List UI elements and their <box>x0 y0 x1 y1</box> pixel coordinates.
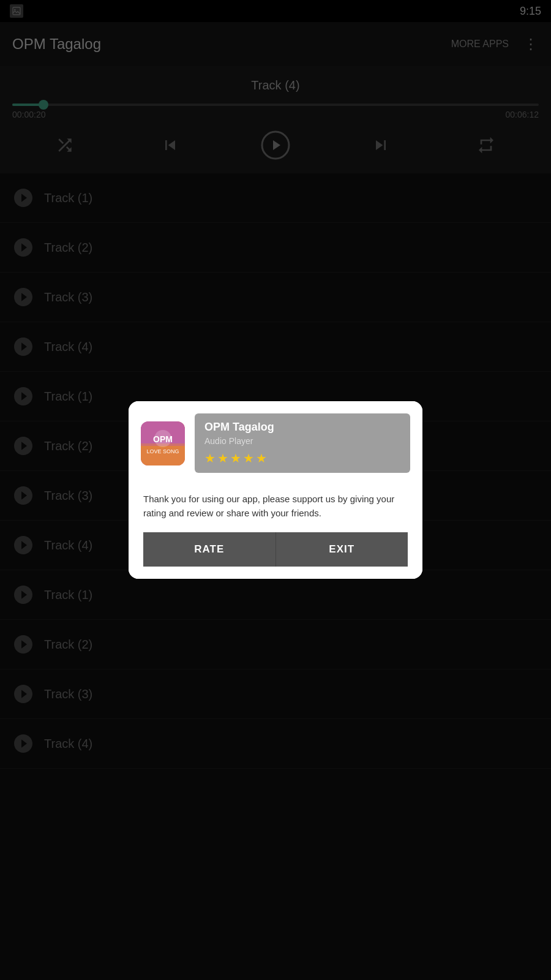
dialog-header: OPM LOVE SONG OPM Tagalog Audio Player ★… <box>129 401 422 483</box>
star-2: ★ <box>217 451 228 466</box>
star-4: ★ <box>243 451 254 466</box>
rate-button[interactable]: RATE <box>143 532 276 567</box>
dialog-stars: ★ ★ ★ ★ ★ <box>204 451 400 466</box>
svg-text:OPM: OPM <box>153 434 173 444</box>
star-1: ★ <box>204 451 216 466</box>
dialog-app-info: OPM Tagalog Audio Player ★ ★ ★ ★ ★ <box>195 413 410 473</box>
dialog-app-subtitle: Audio Player <box>204 436 400 446</box>
dialog-overlay: OPM LOVE SONG OPM Tagalog Audio Player ★… <box>0 0 551 980</box>
dialog-app-icon: OPM LOVE SONG <box>141 421 185 466</box>
rating-dialog: OPM LOVE SONG OPM Tagalog Audio Player ★… <box>129 401 422 579</box>
dialog-app-name: OPM Tagalog <box>204 421 400 434</box>
exit-button[interactable]: EXIT <box>276 532 408 567</box>
star-3: ★ <box>230 451 241 466</box>
star-5: ★ <box>256 451 267 466</box>
dialog-buttons: RATE EXIT <box>143 532 408 567</box>
svg-text:LOVE SONG: LOVE SONG <box>146 448 179 454</box>
dialog-message: Thank you for using our app, please supp… <box>143 492 408 520</box>
dialog-body: Thank you for using our app, please supp… <box>129 483 422 579</box>
